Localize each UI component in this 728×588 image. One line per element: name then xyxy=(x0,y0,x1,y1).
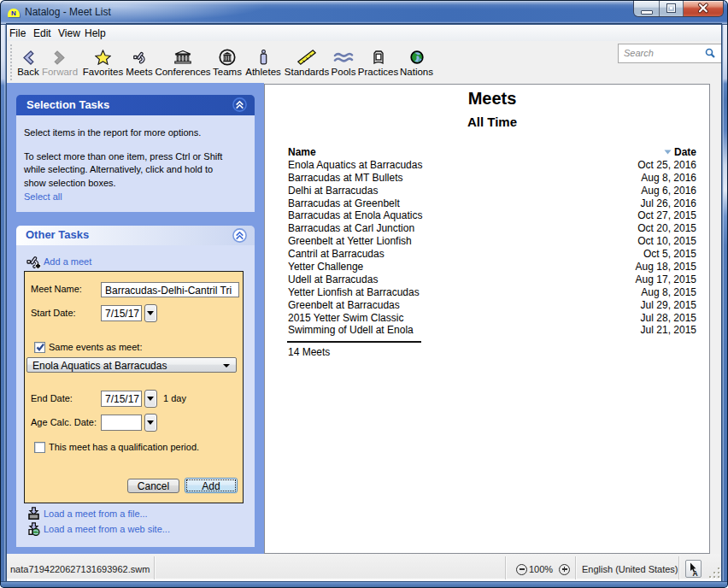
svg-text:A: A xyxy=(693,569,698,578)
